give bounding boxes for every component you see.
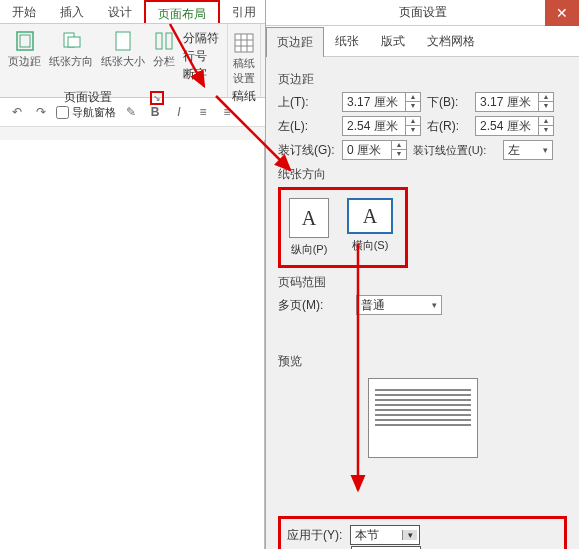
dialog-tabs: 页边距 纸张 版式 文档网格 — [266, 26, 579, 57]
page-setup-dialog-launcher[interactable]: ↘ — [150, 91, 164, 105]
apply-to-select[interactable]: 本节 本节 插入点 — [350, 525, 420, 545]
right-margin-label: 右(R): — [427, 118, 469, 135]
top-margin-spinner[interactable]: ▲▼ — [342, 92, 421, 112]
preview-thumbnail — [368, 378, 478, 458]
page-setup-dialog: 页面设置 ✕ 页边距 纸张 版式 文档网格 页边距 上(T): ▲▼ 下(B):… — [265, 0, 579, 549]
tab-page-layout[interactable]: 页面布局 — [144, 0, 220, 23]
portrait-icon: A — [289, 198, 329, 238]
svg-rect-5 — [156, 33, 162, 49]
orientation-section-label: 纸张方向 — [278, 166, 567, 183]
columns-icon — [153, 30, 175, 52]
italic-button[interactable]: I — [170, 104, 188, 120]
group-manuscript: 稿纸 设置 稿纸 — [228, 24, 261, 97]
page-range-label: 页码范围 — [278, 274, 567, 291]
dlg-tab-grid[interactable]: 文档网格 — [416, 26, 486, 56]
columns-button[interactable]: 分栏 — [153, 30, 175, 83]
right-margin-spinner[interactable]: ▲▼ — [475, 116, 554, 136]
format-painter-button[interactable]: ✎ — [122, 104, 140, 120]
line-numbers-button[interactable]: 行号 — [183, 48, 219, 65]
dialog-close-button[interactable]: ✕ — [545, 0, 579, 26]
paper-size-button[interactable]: 纸张大小 — [101, 30, 145, 83]
align-left-button[interactable]: ≡ — [194, 104, 212, 120]
manuscript-button[interactable]: 稿纸 设置 — [233, 26, 255, 86]
gutter-spinner[interactable]: ▲▼ — [342, 140, 407, 160]
left-margin-label: 左(L): — [278, 118, 336, 135]
redo-button[interactable]: ↷ — [32, 104, 50, 120]
margins-icon — [14, 30, 36, 52]
gutter-label: 装订线(G): — [278, 142, 336, 159]
apply-to-label: 应用于(Y): — [287, 527, 342, 544]
tab-references[interactable]: 引用 — [220, 0, 268, 23]
pages-label: 多页(M): — [278, 297, 336, 314]
margins-section-label: 页边距 — [278, 71, 567, 88]
apply-to-row: 应用于(Y): 本节 本节 插入点 — [278, 516, 567, 549]
svg-rect-4 — [116, 32, 130, 50]
dialog-title: 页面设置 — [399, 4, 447, 21]
group-title-page-setup: 页面设置 — [64, 89, 112, 106]
bold-button[interactable]: B — [146, 104, 164, 120]
tab-design[interactable]: 设计 — [96, 0, 144, 23]
orientation-button[interactable]: 纸张方向 — [49, 30, 93, 83]
dlg-tab-layout[interactable]: 版式 — [370, 26, 416, 56]
tab-home[interactable]: 开始 — [0, 0, 48, 23]
bottom-margin-label: 下(B): — [427, 94, 469, 111]
pages-select[interactable]: 普通 — [356, 295, 442, 315]
group-title-manuscript: 稿纸 — [232, 88, 256, 105]
bottom-margin-spinner[interactable]: ▲▼ — [475, 92, 554, 112]
align-center-button[interactable]: ≡ — [218, 104, 236, 120]
top-margin-label: 上(T): — [278, 94, 336, 111]
left-margin-spinner[interactable]: ▲▼ — [342, 116, 421, 136]
orientation-group: A 纵向(P) A 横向(S) — [278, 187, 408, 268]
breaks-button[interactable]: 分隔符 — [183, 30, 219, 47]
landscape-icon: A — [347, 198, 393, 234]
portrait-option[interactable]: A 纵向(P) — [289, 198, 329, 257]
svg-rect-3 — [68, 37, 80, 47]
tab-insert[interactable]: 插入 — [48, 0, 96, 23]
undo-button[interactable]: ↶ — [8, 104, 26, 120]
margins-button[interactable]: 页边距 — [8, 30, 41, 83]
gutter-pos-label: 装订线位置(U): — [413, 143, 497, 158]
dlg-tab-paper[interactable]: 纸张 — [324, 26, 370, 56]
gutter-pos-select[interactable]: 左 — [503, 140, 553, 160]
svg-rect-6 — [166, 33, 172, 49]
manuscript-icon — [233, 32, 255, 54]
paper-size-icon — [112, 30, 134, 52]
document-canvas[interactable] — [0, 140, 265, 549]
dlg-tab-margins[interactable]: 页边距 — [266, 27, 324, 57]
landscape-option[interactable]: A 横向(S) — [347, 198, 393, 257]
preview-label: 预览 — [278, 353, 567, 370]
hyphenation-button[interactable]: 断字 — [183, 66, 219, 83]
orientation-icon — [60, 30, 82, 52]
nav-pane-toggle[interactable]: 导航窗格 — [56, 105, 116, 120]
group-page-setup: 页边距 纸张方向 纸张大小 分栏 分隔符 行号 断字 页面设置 ↘ — [0, 24, 228, 97]
dialog-titlebar: 页面设置 ✕ — [266, 0, 579, 26]
svg-rect-1 — [20, 35, 30, 47]
svg-rect-7 — [235, 34, 253, 52]
